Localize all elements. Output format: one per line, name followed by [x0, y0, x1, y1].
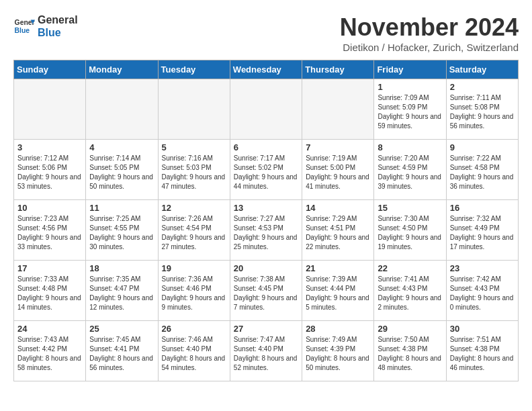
day-info: Sunrise: 7:22 AM Sunset: 4:58 PM Dayligh…: [450, 154, 515, 191]
day-cell: 27Sunrise: 7:47 AM Sunset: 4:40 PM Dayli…: [230, 321, 302, 381]
week-row-2: 3Sunrise: 7:12 AM Sunset: 5:06 PM Daylig…: [14, 140, 519, 200]
day-number: 16: [450, 203, 515, 213]
day-number: 11: [89, 203, 154, 213]
day-cell: [302, 79, 374, 140]
day-cell: [14, 79, 86, 140]
header-friday: Friday: [374, 60, 446, 79]
day-info: Sunrise: 7:11 AM Sunset: 5:08 PM Dayligh…: [450, 93, 515, 131]
day-cell: 18Sunrise: 7:35 AM Sunset: 4:47 PM Dayli…: [86, 261, 158, 321]
day-info: Sunrise: 7:49 AM Sunset: 4:39 PM Dayligh…: [306, 335, 370, 373]
day-number: 1: [378, 82, 442, 92]
day-cell: 21Sunrise: 7:39 AM Sunset: 4:44 PM Dayli…: [302, 261, 374, 321]
day-number: 24: [17, 324, 82, 334]
day-number: 25: [89, 324, 154, 334]
day-number: 30: [450, 324, 515, 334]
header-tuesday: Tuesday: [158, 60, 230, 79]
day-cell: 29Sunrise: 7:50 AM Sunset: 4:38 PM Dayli…: [374, 321, 446, 381]
day-number: 14: [306, 203, 370, 213]
day-cell: 5Sunrise: 7:16 AM Sunset: 5:03 PM Daylig…: [158, 140, 230, 200]
day-cell: 11Sunrise: 7:25 AM Sunset: 4:55 PM Dayli…: [86, 200, 158, 261]
day-info: Sunrise: 7:29 AM Sunset: 4:51 PM Dayligh…: [306, 214, 370, 252]
day-cell: 9Sunrise: 7:22 AM Sunset: 4:58 PM Daylig…: [446, 140, 518, 200]
day-number: 12: [162, 203, 226, 213]
day-info: Sunrise: 7:32 AM Sunset: 4:49 PM Dayligh…: [450, 214, 515, 252]
day-info: Sunrise: 7:16 AM Sunset: 5:03 PM Dayligh…: [162, 154, 226, 191]
day-number: 2: [450, 82, 515, 92]
svg-text:Blue: Blue: [15, 27, 30, 34]
day-info: Sunrise: 7:25 AM Sunset: 4:55 PM Dayligh…: [89, 214, 154, 252]
day-number: 4: [89, 142, 154, 152]
day-cell: 14Sunrise: 7:29 AM Sunset: 4:51 PM Dayli…: [302, 200, 374, 261]
header: General Blue General Blue November 2024 …: [13, 13, 519, 53]
day-info: Sunrise: 7:33 AM Sunset: 4:48 PM Dayligh…: [17, 275, 82, 312]
day-number: 22: [378, 263, 442, 273]
day-cell: [230, 79, 302, 140]
day-number: 5: [162, 142, 226, 152]
day-cell: [158, 79, 230, 140]
day-cell: 16Sunrise: 7:32 AM Sunset: 4:49 PM Dayli…: [446, 200, 518, 261]
day-cell: [86, 79, 158, 140]
header-thursday: Thursday: [302, 60, 374, 79]
day-cell: 30Sunrise: 7:51 AM Sunset: 4:38 PM Dayli…: [446, 321, 518, 381]
day-number: 18: [89, 263, 154, 273]
day-number: 6: [234, 142, 298, 152]
day-number: 21: [306, 263, 370, 273]
title-area: November 2024 Dietikon / Hofacker, Zuric…: [340, 13, 519, 53]
day-number: 17: [17, 263, 82, 273]
day-info: Sunrise: 7:09 AM Sunset: 5:09 PM Dayligh…: [378, 93, 442, 131]
day-cell: 20Sunrise: 7:38 AM Sunset: 4:45 PM Dayli…: [230, 261, 302, 321]
day-number: 3: [17, 142, 82, 152]
day-info: Sunrise: 7:30 AM Sunset: 4:50 PM Dayligh…: [378, 214, 442, 252]
day-cell: 3Sunrise: 7:12 AM Sunset: 5:06 PM Daylig…: [14, 140, 86, 200]
day-number: 27: [234, 324, 298, 334]
day-cell: 10Sunrise: 7:23 AM Sunset: 4:56 PM Dayli…: [14, 200, 86, 261]
day-info: Sunrise: 7:39 AM Sunset: 4:44 PM Dayligh…: [306, 275, 370, 312]
calendar-header-row: SundayMondayTuesdayWednesdayThursdayFrid…: [14, 60, 519, 79]
day-number: 29: [378, 324, 442, 334]
day-cell: 23Sunrise: 7:42 AM Sunset: 4:43 PM Dayli…: [446, 261, 518, 321]
day-cell: 19Sunrise: 7:36 AM Sunset: 4:46 PM Dayli…: [158, 261, 230, 321]
header-sunday: Sunday: [14, 60, 86, 79]
day-info: Sunrise: 7:23 AM Sunset: 4:56 PM Dayligh…: [17, 214, 82, 252]
day-number: 10: [17, 203, 82, 213]
day-number: 8: [378, 142, 442, 152]
day-info: Sunrise: 7:27 AM Sunset: 4:53 PM Dayligh…: [234, 214, 298, 252]
day-number: 9: [450, 142, 515, 152]
day-cell: 4Sunrise: 7:14 AM Sunset: 5:05 PM Daylig…: [86, 140, 158, 200]
month-title: November 2024: [340, 13, 519, 42]
day-cell: 15Sunrise: 7:30 AM Sunset: 4:50 PM Dayli…: [374, 200, 446, 261]
day-info: Sunrise: 7:47 AM Sunset: 4:40 PM Dayligh…: [234, 335, 298, 373]
day-cell: 12Sunrise: 7:26 AM Sunset: 4:54 PM Dayli…: [158, 200, 230, 261]
day-info: Sunrise: 7:41 AM Sunset: 4:43 PM Dayligh…: [378, 275, 442, 312]
day-info: Sunrise: 7:38 AM Sunset: 4:45 PM Dayligh…: [234, 275, 298, 312]
day-info: Sunrise: 7:26 AM Sunset: 4:54 PM Dayligh…: [162, 214, 226, 252]
day-number: 7: [306, 142, 370, 152]
day-cell: 17Sunrise: 7:33 AM Sunset: 4:48 PM Dayli…: [14, 261, 86, 321]
day-cell: 22Sunrise: 7:41 AM Sunset: 4:43 PM Dayli…: [374, 261, 446, 321]
day-info: Sunrise: 7:20 AM Sunset: 4:59 PM Dayligh…: [378, 154, 442, 191]
day-cell: 6Sunrise: 7:17 AM Sunset: 5:02 PM Daylig…: [230, 140, 302, 200]
location-title: Dietikon / Hofacker, Zurich, Switzerland: [340, 42, 519, 53]
week-row-3: 10Sunrise: 7:23 AM Sunset: 4:56 PM Dayli…: [14, 200, 519, 261]
day-number: 15: [378, 203, 442, 213]
day-info: Sunrise: 7:50 AM Sunset: 4:38 PM Dayligh…: [378, 335, 442, 373]
day-cell: 13Sunrise: 7:27 AM Sunset: 4:53 PM Dayli…: [230, 200, 302, 261]
day-info: Sunrise: 7:35 AM Sunset: 4:47 PM Dayligh…: [89, 275, 154, 312]
day-info: Sunrise: 7:19 AM Sunset: 5:00 PM Dayligh…: [306, 154, 370, 191]
logo: General Blue General Blue: [13, 13, 78, 39]
day-cell: 26Sunrise: 7:46 AM Sunset: 4:40 PM Dayli…: [158, 321, 230, 381]
day-cell: 7Sunrise: 7:19 AM Sunset: 5:00 PM Daylig…: [302, 140, 374, 200]
header-wednesday: Wednesday: [230, 60, 302, 79]
day-info: Sunrise: 7:51 AM Sunset: 4:38 PM Dayligh…: [450, 335, 515, 373]
day-cell: 25Sunrise: 7:45 AM Sunset: 4:41 PM Dayli…: [86, 321, 158, 381]
logo-icon: General Blue: [13, 15, 35, 37]
day-info: Sunrise: 7:14 AM Sunset: 5:05 PM Dayligh…: [89, 154, 154, 191]
day-cell: 8Sunrise: 7:20 AM Sunset: 4:59 PM Daylig…: [374, 140, 446, 200]
day-info: Sunrise: 7:17 AM Sunset: 5:02 PM Dayligh…: [234, 154, 298, 191]
day-info: Sunrise: 7:45 AM Sunset: 4:41 PM Dayligh…: [89, 335, 154, 373]
day-info: Sunrise: 7:36 AM Sunset: 4:46 PM Dayligh…: [162, 275, 226, 312]
week-row-4: 17Sunrise: 7:33 AM Sunset: 4:48 PM Dayli…: [14, 261, 519, 321]
day-number: 19: [162, 263, 226, 273]
week-row-5: 24Sunrise: 7:43 AM Sunset: 4:42 PM Dayli…: [14, 321, 519, 381]
day-cell: 24Sunrise: 7:43 AM Sunset: 4:42 PM Dayli…: [14, 321, 86, 381]
